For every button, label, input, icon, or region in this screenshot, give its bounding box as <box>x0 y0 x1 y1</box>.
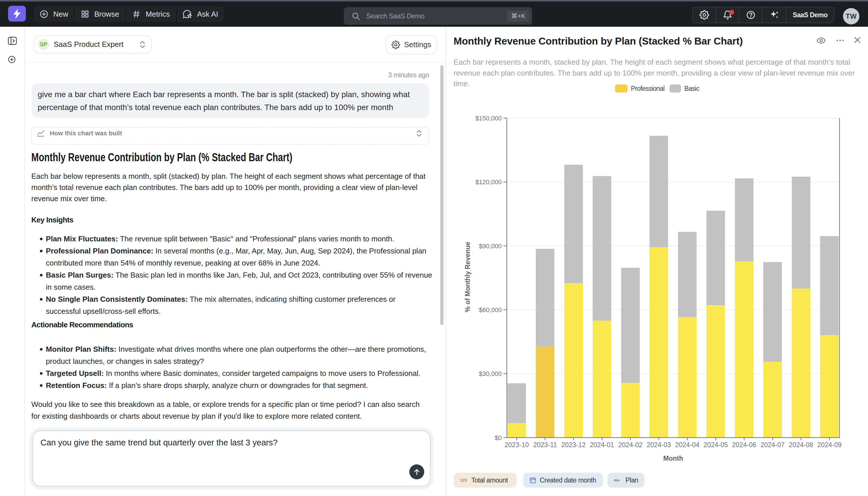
svg-text:Month: Month <box>663 455 683 462</box>
svg-text:2024-02: 2024-02 <box>618 441 643 449</box>
svg-text:$0: $0 <box>495 434 501 441</box>
svg-text:$30,000: $30,000 <box>479 370 502 377</box>
svg-text:$90,000: $90,000 <box>479 243 502 250</box>
svg-text:2024-08: 2024-08 <box>789 441 813 449</box>
svg-text:2024-01: 2024-01 <box>590 441 614 449</box>
svg-text:$150,000: $150,000 <box>476 115 502 122</box>
svg-text:2023-11: 2023-11 <box>533 441 557 449</box>
svg-text:2024-03: 2024-03 <box>647 441 671 449</box>
svg-text:% of Monthly Revenue: % of Monthly Revenue <box>464 242 471 312</box>
svg-text:$60,000: $60,000 <box>479 306 502 313</box>
svg-text:123: 123 <box>460 478 467 482</box>
svg-text:2024-04: 2024-04 <box>675 441 700 449</box>
svg-text:2024-06: 2024-06 <box>732 441 756 449</box>
svg-text:2024-09: 2024-09 <box>817 441 841 449</box>
svg-text:2023-12: 2023-12 <box>562 441 586 449</box>
svg-text:$120,000: $120,000 <box>476 179 502 186</box>
svg-text:2024-07: 2024-07 <box>760 441 785 449</box>
svg-text:2023-10: 2023-10 <box>505 441 529 449</box>
svg-text:Abc: Abc <box>614 478 620 482</box>
svg-text:2024-05: 2024-05 <box>704 441 728 449</box>
